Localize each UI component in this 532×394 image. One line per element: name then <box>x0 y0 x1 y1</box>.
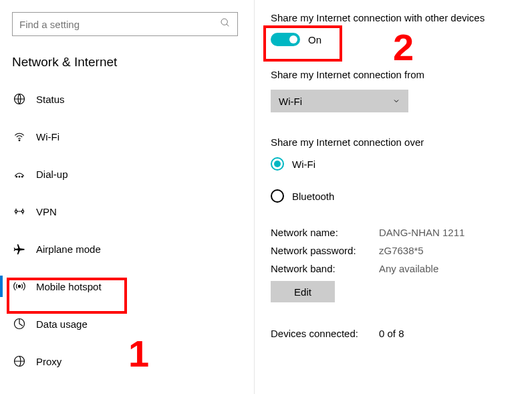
share-connection-label: Share my Internet connection with other … <box>271 12 516 23</box>
radio-button-icon <box>271 157 284 171</box>
sidebar-item-label: Airplane mode <box>36 243 101 255</box>
sidebar-item-label: Wi-Fi <box>36 131 59 142</box>
sidebar-item-airplane[interactable]: Airplane mode <box>0 230 254 268</box>
svg-point-0 <box>221 19 227 25</box>
network-band-val: Any available <box>379 263 516 274</box>
network-info: Network name: DANG-NHAN 1211 Network pas… <box>271 227 516 274</box>
network-name-key: Network name: <box>271 227 379 238</box>
svg-point-4 <box>16 176 17 177</box>
search-input-container[interactable] <box>12 12 238 36</box>
network-password-val: zG7638*5 <box>379 245 516 256</box>
svg-line-1 <box>227 24 229 26</box>
edit-button[interactable]: Edit <box>271 281 335 302</box>
svg-point-5 <box>19 176 20 177</box>
devices-connected-key: Devices connected: <box>271 328 379 339</box>
sidebar-item-label: VPN <box>36 206 57 217</box>
vpn-icon <box>12 204 27 219</box>
globe-icon <box>12 92 27 106</box>
toggle-state-label: On <box>308 34 321 45</box>
devices-connected: Devices connected: 0 of 8 <box>271 328 516 339</box>
network-band-key: Network band: <box>271 263 379 274</box>
sidebar: Network & Internet Status Wi-Fi Dial-up … <box>0 0 255 394</box>
network-password-key: Network password: <box>271 245 379 256</box>
sidebar-item-mobile-hotspot[interactable]: Mobile hotspot <box>0 268 254 305</box>
sidebar-item-proxy[interactable]: Proxy <box>0 342 254 380</box>
network-name-val: DANG-NHAN 1211 <box>379 227 516 238</box>
svg-point-3 <box>19 140 20 141</box>
main-panel: Share my Internet connection with other … <box>255 0 532 394</box>
sidebar-item-status[interactable]: Status <box>0 80 254 118</box>
airplane-icon <box>12 241 27 256</box>
section-title: Network & Internet <box>0 36 254 80</box>
chevron-down-icon <box>392 96 400 107</box>
sidebar-item-data-usage[interactable]: Data usage <box>0 305 254 342</box>
sidebar-item-label: Status <box>36 94 65 105</box>
sidebar-item-vpn[interactable]: VPN <box>0 193 254 230</box>
share-over-label: Share my Internet connection over <box>271 136 516 148</box>
radio-wifi[interactable]: Wi-Fi <box>271 157 516 171</box>
radio-bluetooth[interactable]: Bluetooth <box>271 189 516 203</box>
datausage-icon <box>12 316 27 331</box>
radio-label: Bluetooth <box>292 191 334 202</box>
share-from-select[interactable]: Wi-Fi <box>271 90 408 112</box>
sidebar-item-wifi[interactable]: Wi-Fi <box>0 118 254 155</box>
sidebar-item-label: Data usage <box>36 318 88 330</box>
share-from-value: Wi-Fi <box>279 96 302 107</box>
radio-label: Wi-Fi <box>292 159 315 170</box>
share-connection-toggle[interactable] <box>271 33 300 46</box>
search-icon <box>220 17 231 31</box>
svg-point-8 <box>21 210 23 212</box>
share-from-label: Share my Internet connection from <box>271 69 516 80</box>
sidebar-item-label: Dial-up <box>36 169 68 180</box>
sidebar-item-label: Mobile hotspot <box>36 281 102 292</box>
sidebar-item-label: Proxy <box>36 356 61 367</box>
svg-point-9 <box>18 285 20 287</box>
nav-list: Status Wi-Fi Dial-up VPN Airplane mode M… <box>0 80 254 380</box>
svg-point-7 <box>15 210 17 212</box>
devices-connected-val: 0 of 8 <box>379 328 516 339</box>
dialup-icon <box>12 167 27 181</box>
radio-button-icon <box>271 189 284 203</box>
wifi-icon <box>12 129 27 144</box>
proxy-icon <box>12 354 27 369</box>
svg-point-6 <box>21 176 23 177</box>
hotspot-icon <box>12 279 27 294</box>
search-input[interactable] <box>19 19 220 30</box>
sidebar-item-dialup[interactable]: Dial-up <box>0 155 254 193</box>
